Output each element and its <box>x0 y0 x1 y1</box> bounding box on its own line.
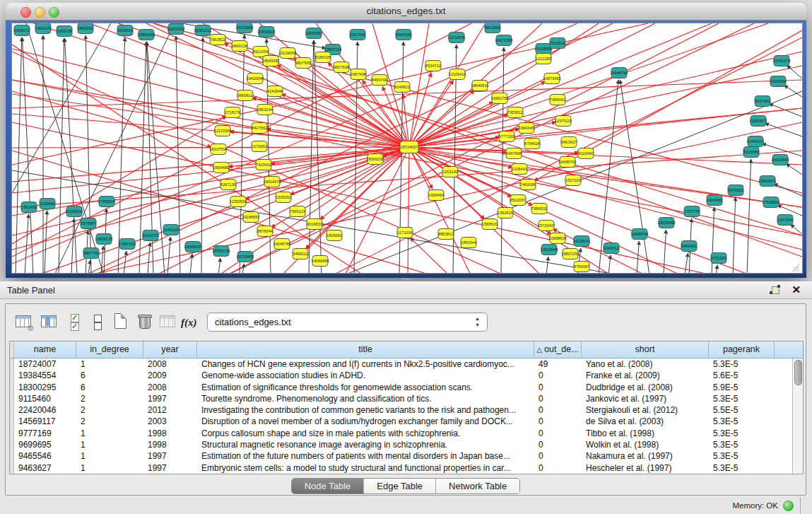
network-node[interactable]: 1862031 <box>78 23 93 34</box>
network-canvas[interactable]: 1872400724055721956126306913818620312516… <box>11 23 803 274</box>
table-row[interactable]: 1938455462009Genome-wide association stu… <box>10 370 792 381</box>
select-columns-icon[interactable]: ✓✓ <box>65 311 86 332</box>
tab-edge-table[interactable]: Edge Table <box>364 479 436 493</box>
network-node[interactable]: 9857791 <box>83 248 99 259</box>
network-node[interactable]: 9242848 <box>267 86 283 97</box>
network-node[interactable]: 19166857 <box>242 212 260 223</box>
network-node[interactable]: 7566123 <box>290 206 305 217</box>
network-node[interactable]: 23420046 <box>247 74 264 84</box>
network-node[interactable]: 1167534 <box>777 215 793 226</box>
column-header-year[interactable]: year <box>143 341 197 358</box>
network-node[interactable]: 1850344 <box>461 238 476 248</box>
network-node[interactable]: 8267130 <box>220 180 236 190</box>
network-node[interactable]: 1362615 <box>498 208 513 218</box>
table-selector-dropdown[interactable]: citations_edges.txt ▲▼ <box>207 313 488 332</box>
network-node[interactable]: 6497568 <box>506 148 522 159</box>
network-node[interactable]: 12093872 <box>750 116 767 127</box>
network-node[interactable]: 18107554 <box>210 144 228 155</box>
network-node[interactable]: 9784067 <box>574 262 589 272</box>
network-node[interactable]: 9827505 <box>295 58 311 69</box>
network-node[interactable]: 1115686 <box>40 199 55 209</box>
network-node[interactable]: 9853813 <box>438 229 454 240</box>
network-node[interactable]: 9676321 <box>728 185 743 196</box>
delete-column-icon[interactable] <box>134 311 155 332</box>
column-header-name[interactable]: name <box>14 341 76 358</box>
network-node[interactable]: 12444151 <box>747 136 765 147</box>
network-node[interactable]: 17359924 <box>98 197 116 207</box>
network-node[interactable]: 1145193 <box>163 225 179 235</box>
table-row[interactable]: 2242004622012Investigating the contribut… <box>10 404 792 416</box>
network-node[interactable]: 19654982 <box>213 163 230 173</box>
network-node[interactable]: 16958107 <box>184 242 202 252</box>
network-node[interactable]: 9227342 <box>755 96 770 107</box>
network-node[interactable]: 9440661 <box>681 241 697 252</box>
tab-network-table[interactable]: Network Table <box>436 479 519 493</box>
column-header-in_degree[interactable]: in_degree <box>76 341 143 358</box>
network-node[interactable]: 1527602 <box>350 30 365 40</box>
network-node[interactable]: 9329366 <box>770 76 786 87</box>
table-row[interactable]: 1872400712008Changes of HCN gene express… <box>10 358 792 370</box>
network-node[interactable]: 12353594 <box>230 197 247 207</box>
network-node[interactable]: 2803144 <box>257 105 273 115</box>
float-panel-icon[interactable] <box>770 285 781 296</box>
network-node[interactable]: 8466160 <box>396 30 411 40</box>
network-node[interactable]: 9115460 <box>578 148 594 159</box>
network-node[interactable]: 2516015 <box>117 25 133 36</box>
vertical-scrollbar[interactable] <box>792 358 803 474</box>
table-settings-icon[interactable]: ⚙ <box>13 311 34 332</box>
network-node[interactable]: 7955812 <box>507 107 523 118</box>
network-node[interactable]: 1153145 <box>442 167 458 177</box>
network-node[interactable]: 23226058 <box>279 48 297 59</box>
network-node[interactable]: 1684066 <box>707 195 722 206</box>
table-row[interactable]: 911546021997Tourette syndrome. Phenomeno… <box>10 393 792 404</box>
network-node[interactable]: 8186328 <box>315 52 331 63</box>
network-node[interactable]: 8534712 <box>425 61 441 71</box>
network-node[interactable]: 20553813 <box>258 27 276 37</box>
network-node[interactable]: 9146821 <box>394 82 410 93</box>
network-node[interactable]: 20206536 <box>66 206 83 217</box>
network-node[interactable]: 10688609 <box>549 233 567 244</box>
network-node[interactable]: 15720407 <box>538 221 555 231</box>
network-node[interactable]: 10973493 <box>543 74 561 84</box>
scrollbar-thumb[interactable] <box>794 360 802 385</box>
network-node[interactable]: 16046788 <box>273 239 291 250</box>
network-node[interactable]: 13142757 <box>142 230 160 241</box>
network-node[interactable]: 7462006 <box>520 180 536 190</box>
network-node[interactable]: 1588520 <box>482 219 498 230</box>
network-node[interactable]: 1990445 <box>519 123 534 134</box>
network-node[interactable]: 2136441 <box>512 164 527 175</box>
network-node[interactable]: 12975115 <box>555 116 572 127</box>
network-node[interactable]: 1170061 <box>252 141 267 152</box>
network-node[interactable]: 16033809 <box>236 23 254 33</box>
network-node[interactable]: 8427552 <box>252 123 267 134</box>
network-node[interactable]: 16671358 <box>495 35 513 46</box>
network-node[interactable]: 7963822 <box>210 35 225 45</box>
network-node[interactable]: 16914479 <box>264 177 281 187</box>
network-node[interactable]: 8215955 <box>743 147 759 158</box>
network-node[interactable]: 1171006 <box>397 228 413 238</box>
network-node[interactable]: 2405572 <box>14 25 30 36</box>
network-node[interactable]: 16495764 <box>631 229 649 240</box>
create-column-icon[interactable] <box>110 311 131 332</box>
network-node[interactable]: 7425402 <box>256 160 271 170</box>
tab-node-table[interactable]: Node Table <box>292 479 365 493</box>
network-node[interactable]: 1537201 <box>565 175 581 186</box>
network-node[interactable]: 15751074 <box>773 56 791 66</box>
network-node[interactable]: 1809682 <box>326 230 342 241</box>
network-node[interactable]: 20891406 <box>138 30 155 40</box>
network-node[interactable]: 8454749 <box>372 75 387 86</box>
network-node[interactable]: 16782759 <box>213 246 230 257</box>
network-node[interactable]: 10655287 <box>305 28 323 39</box>
column-header-short[interactable]: short <box>582 341 709 358</box>
table-row[interactable]: 977716911998Corpus callosum shape and si… <box>10 428 792 439</box>
memory-status-led[interactable] <box>783 501 794 511</box>
network-node[interactable]: 9890611 <box>237 90 253 101</box>
network-node[interactable]: 17016504 <box>763 197 780 208</box>
network-node[interactable]: 18300295 <box>367 154 384 165</box>
column-header-out_de[interactable]: △out_de... <box>534 341 582 358</box>
network-node[interactable]: 3498222 <box>293 249 308 259</box>
network-node[interactable]: 10025488 <box>658 218 676 228</box>
network-node[interactable]: 16648784 <box>611 68 628 78</box>
network-node[interactable]: 3069138 <box>57 26 72 37</box>
network-node[interactable]: 9016833 <box>307 219 322 230</box>
